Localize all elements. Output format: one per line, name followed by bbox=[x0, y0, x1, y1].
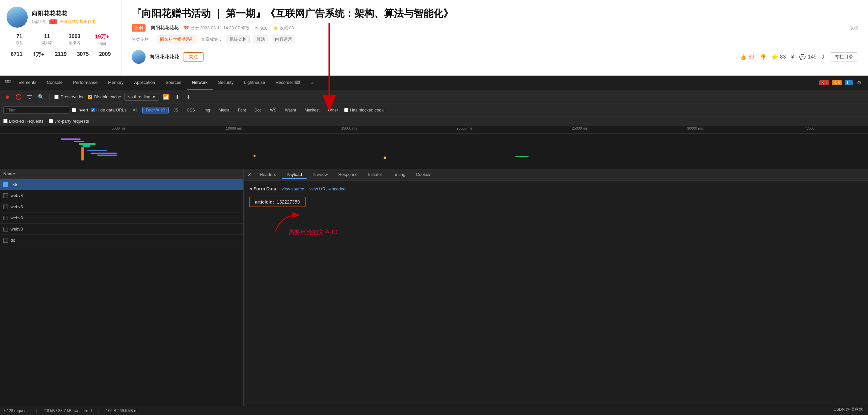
wifi-icon[interactable]: 📶 bbox=[162, 93, 170, 101]
devtools-status-bar: 7 / 28 requests | 2.8 kB / 33.7 kB trans… bbox=[0, 406, 868, 415]
like-button[interactable]: 👍 89 bbox=[740, 54, 754, 60]
tab-lighthouse[interactable]: Lighthouse bbox=[239, 76, 270, 90]
right-tab-initiator[interactable]: Initiator bbox=[364, 171, 387, 179]
has-blocked-cookies-checkbox[interactable]: Has blocked cooki bbox=[344, 107, 384, 112]
stat-2-2-val: 2119 bbox=[55, 51, 67, 57]
right-tab-cookies[interactable]: Cookies bbox=[411, 171, 436, 179]
close-panel-button[interactable]: ✕ bbox=[247, 172, 251, 178]
filter-js[interactable]: JS bbox=[170, 107, 182, 113]
zhuanlan-button[interactable]: 专栏目录 bbox=[830, 52, 858, 62]
error-count: 1 bbox=[825, 81, 827, 85]
tbar-9 bbox=[97, 154, 117, 156]
network-item-do[interactable]: do bbox=[0, 235, 243, 246]
watermark: CSDN @ 吴秋龙 bbox=[833, 407, 863, 412]
filter-input[interactable] bbox=[3, 106, 69, 114]
x-icon: ✕ bbox=[821, 80, 824, 85]
tag-link-1[interactable]: 系统架构 bbox=[226, 36, 250, 43]
network-item-webv3-1[interactable]: webv3 bbox=[0, 190, 243, 201]
user-level: 码龄2年 bbox=[32, 19, 47, 25]
settings-icon[interactable]: ⚙ bbox=[856, 78, 863, 87]
filter-media[interactable]: Media bbox=[215, 107, 233, 113]
tab-more[interactable]: » bbox=[306, 76, 319, 90]
tbar-8 bbox=[91, 152, 117, 154]
network-item-like[interactable]: like bbox=[0, 179, 243, 190]
right-tab-headers[interactable]: Headers bbox=[255, 171, 281, 179]
comment-button[interactable]: 💬 149 bbox=[799, 54, 817, 60]
network-item-webv3-2[interactable]: webv3 bbox=[0, 201, 243, 212]
filter-other[interactable]: Other bbox=[324, 107, 341, 113]
tab-sources[interactable]: Sources bbox=[160, 76, 187, 90]
network-item-webv3-4[interactable]: webv3 bbox=[0, 223, 243, 235]
action-buttons: 👍 89 👎 ⭐ 83 ¥ 💬 149 ⤴ bbox=[740, 52, 858, 62]
third-party-checkbox[interactable]: 3rd-party requests bbox=[49, 119, 89, 124]
tag-link-3[interactable]: 内容运营 bbox=[272, 36, 295, 43]
devtools-tab-element-icon[interactable] bbox=[3, 76, 13, 90]
invert-input[interactable] bbox=[72, 108, 76, 112]
blocked-requests-input[interactable] bbox=[3, 119, 7, 123]
filter-doc[interactable]: Doc bbox=[251, 107, 265, 113]
view-url-encoded-link[interactable]: view URL-encoded bbox=[310, 186, 346, 192]
devtools-main: Name like webv3 webv3 webv3 webv3 bbox=[0, 169, 868, 406]
warn-badge: ⚠ 5 bbox=[832, 80, 842, 85]
filter-ws[interactable]: WS bbox=[267, 107, 280, 113]
tab-recorder[interactable]: Recorder ⌨ bbox=[270, 76, 306, 90]
right-tab-timing[interactable]: Timing bbox=[388, 171, 410, 179]
tab-memory[interactable]: Memory bbox=[103, 76, 129, 90]
money-button[interactable]: ¥ bbox=[791, 54, 794, 60]
tab-security-label: Security bbox=[218, 80, 234, 85]
network-timeline: 5000 ms 10000 ms 15000 ms 20000 ms 25000… bbox=[0, 126, 868, 169]
tab-console[interactable]: Console bbox=[41, 76, 68, 90]
filter-icon-btn[interactable] bbox=[26, 93, 34, 101]
dislike-button[interactable]: 👎 bbox=[760, 54, 766, 60]
star-button[interactable]: ⭐ 83 bbox=[772, 54, 786, 60]
tbar-dot bbox=[253, 155, 255, 157]
form-data-key: articleId: bbox=[255, 199, 274, 205]
tbar-4 bbox=[82, 145, 91, 147]
filter-manifest[interactable]: Manifest bbox=[301, 107, 323, 113]
upload-icon[interactable]: ⬆ bbox=[174, 93, 181, 101]
filter-fetch-xhr[interactable]: Fetch/XHR bbox=[142, 107, 169, 113]
blocked-requests-checkbox[interactable]: Blocked Requests bbox=[3, 119, 43, 124]
preserve-log-checkbox[interactable]: Preserve log bbox=[54, 94, 85, 99]
right-tab-preview[interactable]: Preview bbox=[308, 171, 332, 179]
preserve-log-input[interactable] bbox=[54, 95, 59, 99]
meta-author: 向阳花花花花 bbox=[151, 25, 179, 31]
filter-wasm[interactable]: Wasm bbox=[281, 107, 300, 113]
network-name-list: Name like webv3 webv3 webv3 webv3 bbox=[0, 169, 244, 406]
tab-application[interactable]: Application bbox=[129, 76, 160, 90]
devtools-toolbar: ⏺ 🚫 🔍 Preserve log Disable cache No thro… bbox=[0, 90, 868, 104]
filter-css[interactable]: CSS bbox=[183, 107, 198, 113]
tab-performance-label: Performance bbox=[73, 80, 97, 85]
throttle-selector[interactable]: No throttling ▼ bbox=[124, 93, 159, 101]
hide-data-urls-checkbox[interactable]: Hide data URLs bbox=[91, 107, 127, 112]
view-source-link[interactable]: view source bbox=[282, 186, 304, 192]
tag-link-2[interactable]: 算法 bbox=[253, 36, 268, 43]
right-tab-response[interactable]: Response bbox=[334, 171, 362, 179]
disable-cache-input[interactable] bbox=[88, 95, 92, 99]
has-blocked-input[interactable] bbox=[344, 108, 348, 112]
right-tab-payload[interactable]: Payload bbox=[282, 171, 307, 179]
follow-button[interactable]: 关注 bbox=[183, 52, 204, 62]
tab-performance[interactable]: Performance bbox=[68, 76, 103, 90]
item-checkbox-webv3-1 bbox=[3, 193, 8, 198]
network-item-webv3-3[interactable]: webv3 bbox=[0, 212, 243, 223]
third-party-input[interactable] bbox=[49, 119, 53, 123]
form-data-title: ▼Form Data bbox=[249, 186, 276, 192]
record-button[interactable]: ⏺ bbox=[3, 93, 11, 101]
article-tags-row: 分类专栏： 回馈粉丝赠书系列 文章标签： 系统架构 算法 内容运营 bbox=[132, 36, 858, 43]
invert-checkbox[interactable]: Invert bbox=[72, 107, 88, 112]
share-button[interactable]: ⤴ bbox=[822, 54, 825, 60]
category-link[interactable]: 回馈粉丝赠书系列 bbox=[157, 36, 197, 43]
tab-security[interactable]: Security bbox=[213, 76, 239, 90]
search-icon-btn[interactable]: 🔍 bbox=[37, 93, 45, 101]
filter-img[interactable]: Img bbox=[200, 107, 214, 113]
download-icon[interactable]: ⬇ bbox=[185, 93, 193, 101]
filter-all[interactable]: All bbox=[129, 107, 141, 113]
tab-network[interactable]: Network bbox=[187, 76, 213, 90]
tab-elements[interactable]: Elements bbox=[13, 76, 41, 90]
disable-cache-checkbox[interactable]: Disable cache bbox=[88, 94, 121, 99]
filter-font[interactable]: Font bbox=[235, 107, 250, 113]
annotation-text: 需要点赞的文章 ID bbox=[288, 228, 338, 236]
hide-data-urls-input[interactable] bbox=[91, 108, 95, 112]
clear-button[interactable]: 🚫 bbox=[14, 93, 22, 101]
